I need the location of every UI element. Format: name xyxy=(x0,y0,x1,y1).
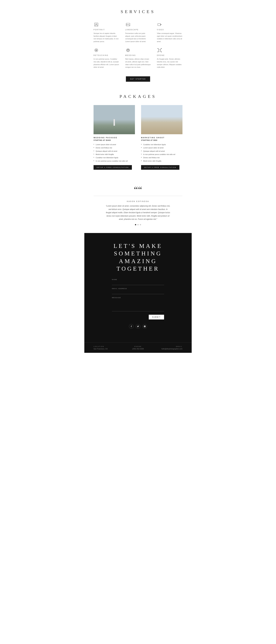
package-wedding-price: STARTING AT $5400 xyxy=(94,140,135,141)
instagram-icon[interactable] xyxy=(142,324,147,329)
footer-location-label: LOCATION xyxy=(94,346,123,347)
package-wedding-image xyxy=(94,105,135,134)
services-section: SERVICES PORTRAIT Semper leo et sapien l… xyxy=(84,0,192,88)
quote-mark: ““ xyxy=(94,185,182,194)
feature-item: Donec sed finibus nisi xyxy=(141,156,182,159)
dot-3[interactable] xyxy=(140,224,141,225)
packages-section: PACKAGES WEDDING PACKAGE STARTING AT $54… xyxy=(84,88,192,179)
footer-phone: PHONE (255) 352-6258 xyxy=(123,346,153,350)
email-field-group: EMAIL ADDRESS xyxy=(112,288,164,294)
video-icon xyxy=(157,22,162,27)
service-drone-desc: Ac feugiat ante. Donec ultricies loborti… xyxy=(157,58,182,68)
landscape-icon xyxy=(125,22,131,27)
svg-point-7 xyxy=(96,50,97,50)
service-wedding-name: WEDDING xyxy=(125,54,151,56)
service-wedding: WEDDING Nisl massa, ultrices vitae ornar… xyxy=(125,48,151,68)
footer-email-label: EMAIL xyxy=(153,346,182,347)
svg-point-15 xyxy=(158,48,158,49)
marketing-consultation-button[interactable]: SETUP A FREE CONSULTATION xyxy=(141,165,179,170)
svg-point-18 xyxy=(161,52,162,52)
feature-item: In non pulvinar purus curabitur nisi odi… xyxy=(141,153,182,156)
wedding-icon xyxy=(125,48,131,53)
footer-phone-value: (255) 352-6258 xyxy=(123,348,153,350)
service-landscape: LANDSCAPE Fermentum nulla non justo aliq… xyxy=(125,22,151,43)
testimonial-dots xyxy=(94,224,182,225)
testimonial-divider xyxy=(94,196,182,196)
service-wedding-desc: Nisl massa, ultrices vitae ornare sit am… xyxy=(125,58,151,68)
footer-email: EMAIL hello@divphotographer.com xyxy=(153,346,182,350)
package-marketing-price: STARTING AT $900 xyxy=(141,140,182,141)
service-drone-name: DRONE xyxy=(157,54,182,56)
feature-item: In non pulvinar purus curabitur nisi odi… xyxy=(94,160,135,163)
dot-2[interactable] xyxy=(138,224,138,225)
services-heading: SERVICES xyxy=(94,9,182,14)
service-retouching-desc: In non pulvinar purus. Curabitur nisi od… xyxy=(94,58,119,68)
package-wedding-features: Lorem ipsum dolor sit amet Donec sed fin… xyxy=(94,143,135,163)
drone-icon xyxy=(157,48,162,53)
portrait-icon xyxy=(94,22,99,27)
retouching-icon xyxy=(94,48,99,53)
footer-phone-label: PHONE xyxy=(123,346,153,347)
email-input[interactable] xyxy=(112,290,164,294)
package-marketing-image xyxy=(141,105,182,134)
feature-item: Curabitur non bibendum ligula xyxy=(141,143,182,146)
submit-btn-wrap: SUBMIT xyxy=(112,315,164,320)
dot-1[interactable] xyxy=(135,224,136,225)
service-retouching-name: RETOUCHING xyxy=(94,54,119,56)
twitter-icon[interactable] xyxy=(136,324,140,329)
feature-item: Quisque aliquet velit sit amet xyxy=(141,150,182,153)
feature-item: Morbi tortor nibh fringilla xyxy=(94,153,135,156)
packages-grid: WEDDING PACKAGE STARTING AT $5400 Lorem … xyxy=(94,105,182,170)
facebook-icon[interactable] xyxy=(129,324,134,329)
cta-section: LET'S MAKE SOMETHING AMAZING TOGETHER NA… xyxy=(84,233,192,342)
social-icons xyxy=(94,324,182,329)
svg-marker-4 xyxy=(160,24,161,25)
service-drone: DRONE Ac feugiat ante. Donec ultricies l… xyxy=(157,48,182,68)
message-input[interactable] xyxy=(112,299,164,311)
service-video-name: VIDEO xyxy=(157,29,182,30)
package-marketing-features: Curabitur non bibendum ligula Lorem ipsu… xyxy=(141,143,182,163)
cta-title: LET'S MAKE SOMETHING AMAZING TOGETHER xyxy=(94,242,182,272)
footer: LOCATION San Francisco, CA PHONE (255) 3… xyxy=(84,342,192,353)
package-marketing-title: MARKETING SHOOT xyxy=(141,137,182,138)
service-landscape-name: LANDSCAPE xyxy=(125,29,151,30)
footer-email-value: hello@divphotographer.com xyxy=(153,348,182,350)
feature-item: Morbi tortor nibh fringilla xyxy=(141,160,182,163)
service-video: VIDEO Vitae consequat augue. Vivamus ege… xyxy=(157,22,182,43)
testimonial-text: "Lorem ipsum dolor sit amet, consectetur… xyxy=(106,204,170,221)
feature-item: Curabitur non bibendum ligula xyxy=(94,156,135,159)
name-input[interactable] xyxy=(112,281,164,285)
testimonial-section: ““ KASON ESPINOSA "Lorem ipsum dolor sit… xyxy=(84,179,192,233)
svg-point-1 xyxy=(96,24,97,25)
message-field-group: MESSAGE xyxy=(112,297,164,312)
feature-item: Lorem ipsum dolor sit amet xyxy=(94,143,135,146)
package-wedding-card: WEDDING PACKAGE STARTING AT $5400 Lorem … xyxy=(94,105,135,170)
wedding-consultation-button[interactable]: SETUP A FREE CONSULTATION xyxy=(94,165,132,170)
name-label: NAME xyxy=(112,279,164,280)
svg-point-17 xyxy=(158,52,158,52)
footer-location: LOCATION San Francisco, CA xyxy=(94,346,123,350)
package-wedding-title: WEDDING PACKAGE xyxy=(94,137,135,138)
packages-heading: PACKAGES xyxy=(94,94,182,99)
svg-point-8 xyxy=(127,49,130,52)
name-field-group: NAME xyxy=(112,279,164,285)
package-marketing-card: MARKETING SHOOT STARTING AT $900 Curabit… xyxy=(141,105,182,170)
contact-form: NAME EMAIL ADDRESS MESSAGE SUBMIT xyxy=(112,279,164,320)
service-portrait-desc: Semper leo et sapien lobortis facilisis … xyxy=(94,32,119,43)
services-grid: PORTRAIT Semper leo et sapien lobortis f… xyxy=(94,22,182,69)
service-portrait-name: PORTRAIT xyxy=(94,29,119,30)
service-retouching: RETOUCHING In non pulvinar purus. Curabi… xyxy=(94,48,119,68)
submit-button[interactable]: SUBMIT xyxy=(149,315,164,320)
feature-item: Lorem ipsum dolor sit amet xyxy=(141,146,182,150)
get-started-button[interactable]: GET STARTED xyxy=(126,76,150,82)
service-video-desc: Vitae consequat augue. Vivamus eget dolo… xyxy=(157,32,182,43)
feature-item: Donec sed finibus nisi xyxy=(94,146,135,150)
svg-rect-19 xyxy=(144,326,146,327)
svg-rect-3 xyxy=(158,24,160,26)
message-label: MESSAGE xyxy=(112,297,164,298)
service-portrait: PORTRAIT Semper leo et sapien lobortis f… xyxy=(94,22,119,43)
footer-location-value: San Francisco, CA xyxy=(94,348,123,350)
testimonial-name: KASON ESPINOSA xyxy=(94,200,182,202)
feature-item: Quisque aliquet velit sit amet xyxy=(94,150,135,153)
service-landscape-desc: Fermentum nulla non justo aliquet, quis … xyxy=(125,32,151,43)
